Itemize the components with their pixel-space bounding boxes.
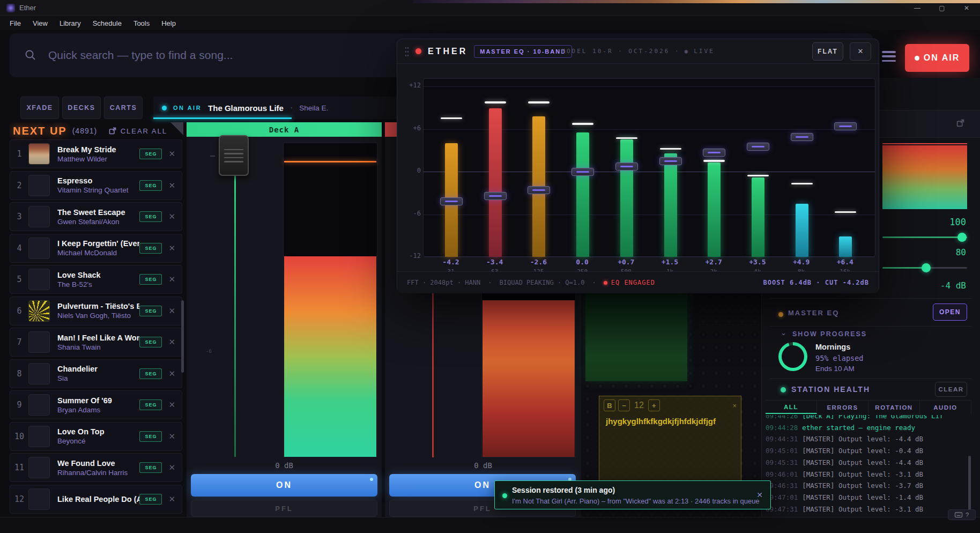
eq-band-handle[interactable] bbox=[834, 122, 857, 130]
remove-track-icon[interactable]: ✕ bbox=[168, 432, 175, 441]
menu-help[interactable]: Help bbox=[156, 18, 181, 29]
on-air-button[interactable]: ON AIR bbox=[905, 44, 969, 72]
eq-band-handle[interactable] bbox=[659, 157, 682, 165]
gain-slider-handle[interactable] bbox=[957, 233, 967, 242]
eq-band-handle[interactable] bbox=[484, 192, 507, 200]
queue-row[interactable]: 7Man! I Feel Like A Woman!Shania TwainSE… bbox=[10, 328, 182, 357]
log-tab-errors[interactable]: ERRORS bbox=[817, 401, 868, 414]
track-artist: Vitamin String Quartet bbox=[57, 186, 139, 194]
queue-position: 1 bbox=[10, 149, 28, 159]
bold-button[interactable]: B bbox=[604, 399, 615, 411]
queue-row[interactable]: 8ChandelierSiaSEG✕ bbox=[10, 359, 182, 388]
remove-track-icon[interactable]: ✕ bbox=[168, 243, 175, 253]
eq-gain-value: -4.2 bbox=[432, 258, 470, 266]
remove-track-icon[interactable]: ✕ bbox=[168, 400, 175, 410]
show-progress-label[interactable]: SHOW PROGRESS bbox=[792, 330, 867, 338]
remove-track-icon[interactable]: ✕ bbox=[168, 181, 175, 190]
eq-gain-value: -2.6 bbox=[519, 258, 557, 266]
keyboard-help-button[interactable]: ? bbox=[948, 509, 976, 520]
menu-file[interactable]: File bbox=[4, 18, 26, 29]
pop-out-icon[interactable] bbox=[956, 119, 964, 129]
queue-row[interactable]: 10Love On TopBeyoncéSEG✕ bbox=[10, 422, 182, 451]
log-scrollbar[interactable] bbox=[968, 456, 971, 512]
log-tab-audio[interactable]: AUDIO bbox=[920, 401, 971, 414]
eq-band-handle[interactable] bbox=[440, 197, 463, 205]
queue-scrollbar[interactable] bbox=[181, 300, 184, 373]
eq-modal-header[interactable]: ETHER MASTER EQ · 10-BAND MODEL 10-R · O… bbox=[397, 39, 879, 64]
log-tab-rotation[interactable]: ROTATION bbox=[868, 401, 920, 414]
minimize-button[interactable]: — bbox=[905, 0, 930, 16]
log-tab-all[interactable]: ALL bbox=[766, 401, 817, 414]
now-playing-title: The Glamorous Life bbox=[208, 103, 284, 113]
eq-band-handle[interactable] bbox=[615, 162, 638, 171]
remove-track-icon[interactable]: ✕ bbox=[168, 212, 175, 221]
remove-track-icon[interactable]: ✕ bbox=[168, 275, 175, 284]
seg-badge: SEG bbox=[139, 431, 162, 442]
trim-slider-track-rest[interactable] bbox=[925, 267, 967, 269]
toast-close-icon[interactable]: ✕ bbox=[756, 491, 763, 499]
increase-font-button[interactable]: + bbox=[648, 399, 660, 411]
seg-badge: SEG bbox=[139, 337, 162, 347]
remove-track-icon[interactable]: ✕ bbox=[168, 149, 175, 159]
decrease-font-button[interactable]: − bbox=[618, 399, 630, 411]
queue-row[interactable]: 12Like Real People Do (Arr. ...SEG✕ bbox=[10, 485, 182, 514]
deck-b-level-gradient bbox=[482, 300, 575, 457]
gain-slider-track[interactable] bbox=[882, 236, 967, 238]
tab-xfade[interactable]: XFADE bbox=[20, 97, 59, 119]
queue-row[interactable]: 2EspressoVitamin String QuartetSEG✕ bbox=[10, 171, 182, 200]
track-info: Pulverturm - Tiësto's Big ...Niels Van G… bbox=[50, 302, 139, 320]
menu-view[interactable]: View bbox=[27, 18, 53, 29]
trim-slider-track[interactable] bbox=[882, 267, 925, 269]
log-clear-button[interactable]: CLEAR bbox=[935, 382, 967, 397]
queue-row[interactable]: 6Pulverturm - Tiësto's Big ...Niels Van … bbox=[10, 297, 182, 325]
on-air-dot-icon bbox=[915, 56, 919, 61]
maximize-button[interactable]: ▢ bbox=[930, 0, 954, 16]
queue-position: 9 bbox=[10, 400, 28, 410]
tab-decks[interactable]: DECKS bbox=[62, 97, 101, 119]
trim-slider-handle[interactable] bbox=[922, 263, 931, 272]
remove-track-icon[interactable]: ✕ bbox=[168, 494, 175, 504]
drag-grip-icon[interactable] bbox=[405, 46, 409, 57]
event-log[interactable]: 09:44:26[Deck A] Playing: The Glamorous … bbox=[766, 415, 972, 514]
eq-band-handle[interactable] bbox=[571, 168, 594, 176]
external-link-icon[interactable] bbox=[109, 127, 116, 135]
boost-cut-readout: BOOST 6.4dB · CUT -4.2dB bbox=[763, 279, 869, 286]
menu-library[interactable]: Library bbox=[54, 18, 86, 29]
queue-row[interactable]: 9Summer Of '69Bryan AdamsSEG✕ bbox=[10, 390, 182, 419]
sticky-close-icon[interactable]: × bbox=[732, 402, 737, 410]
log-line: 09:47:31[MASTER] Output level: -3.1 dB bbox=[766, 504, 972, 514]
deck-a-fader-handle[interactable] bbox=[219, 135, 249, 176]
master-db-value: -4 dB bbox=[907, 280, 966, 291]
queue-row[interactable]: 3The Sweet EscapeGwen Stefani/AkonSEG✕ bbox=[10, 202, 182, 231]
clear-all-button[interactable]: CLEAR ALL bbox=[121, 127, 167, 135]
remove-track-icon[interactable]: ✕ bbox=[168, 369, 175, 379]
remove-track-icon[interactable]: ✕ bbox=[168, 337, 175, 347]
deck-a-pfl-button[interactable]: PFL bbox=[191, 500, 377, 517]
menu-icon[interactable] bbox=[882, 51, 896, 62]
menu-schedule[interactable]: Schedule bbox=[87, 18, 127, 29]
eq-band-handle[interactable] bbox=[791, 133, 813, 141]
eq-close-button[interactable]: ✕ bbox=[850, 42, 871, 61]
remove-track-icon[interactable]: ✕ bbox=[168, 463, 175, 472]
log-filter-tabs: ALLERRORSROTATIONAUDIO bbox=[766, 400, 971, 414]
eq-band-handle[interactable] bbox=[528, 186, 550, 194]
eq-scale-label: -12 bbox=[402, 252, 421, 260]
master-eq-label: MASTER EQ bbox=[788, 309, 839, 317]
eq-band-handle[interactable] bbox=[703, 149, 725, 157]
master-eq-open-button[interactable]: OPEN bbox=[933, 303, 967, 321]
close-button[interactable]: ✕ bbox=[954, 0, 979, 16]
eq-band-handle[interactable] bbox=[747, 143, 769, 151]
queue-row[interactable]: 11We Found LoveRihanna/Calvin HarrisSEG✕ bbox=[10, 453, 182, 482]
queue-row[interactable]: 5Love ShackThe B-52'sSEG✕ bbox=[10, 265, 182, 294]
queue-row[interactable]: 1Break My StrideMatthew WilderSEG✕ bbox=[10, 139, 182, 168]
remove-track-icon[interactable]: ✕ bbox=[168, 306, 175, 316]
tab-carts[interactable]: CARTS bbox=[104, 97, 143, 119]
eq-flat-button[interactable]: FLAT bbox=[812, 42, 843, 61]
eq-graph bbox=[423, 78, 875, 257]
deck-a-on-button[interactable]: ON bbox=[191, 474, 377, 497]
queue-row[interactable]: 4I Keep Forgettin' (Every T...Michael Mc… bbox=[10, 234, 182, 263]
session-toast[interactable]: Session restored (3 min ago) I'm Not Tha… bbox=[494, 480, 771, 509]
sticky-note-text[interactable]: jhygkyglhfkfkgdkjfjhfdkjdfjgf bbox=[599, 414, 741, 428]
chevron-down-icon[interactable]: ⌄ bbox=[781, 329, 786, 337]
menu-tools[interactable]: Tools bbox=[128, 18, 155, 29]
